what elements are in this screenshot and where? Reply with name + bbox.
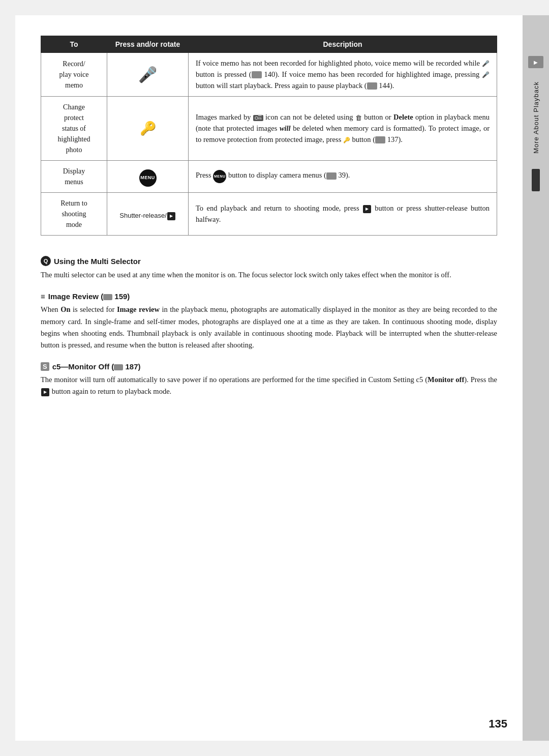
section-body-image-review: When On is selected for Image review in … <box>41 304 497 351</box>
section-heading-multi: Q Using the Multi Selector <box>41 256 497 266</box>
section-multi-selector: Q Using the Multi Selector The multi sel… <box>41 256 497 281</box>
header-description: Description <box>189 36 497 53</box>
side-tab-top-icon: ▶ <box>528 56 543 68</box>
ref-icon <box>252 71 262 78</box>
section-body-monitor: The monitor will turn off automatically … <box>41 374 497 397</box>
row-press-3: MENU <box>107 161 189 193</box>
section-heading-image-review: ≡ Image Review ( 159) <box>41 292 497 301</box>
row-to-3: Displaymenus <box>41 161 107 193</box>
row-to-4: Return toshootingmode <box>41 193 107 236</box>
side-tab-label: More About Playback <box>532 81 540 154</box>
table-row: Record/play voicememo 🎤 If voice memo ha… <box>41 53 497 97</box>
mic-icon: 🎤 <box>138 66 157 83</box>
row-press-1: 🎤 <box>107 53 189 97</box>
section-monitor-off: S c5—Monitor Off ( 187) The monitor will… <box>41 362 497 397</box>
mic-inline-icon2: 🎤 <box>482 71 490 78</box>
key-inline-icon: 🔑 <box>343 137 350 143</box>
row-to-2: Changeprotectstatus ofhighlightedphoto <box>41 97 107 161</box>
menu-btn-inline: MENU <box>213 170 226 183</box>
row-press-4: Shutter-release/ <box>107 193 189 236</box>
ref-icon-monitor <box>114 364 123 370</box>
ref-icon-3 <box>375 136 385 143</box>
row-desc-1: If voice memo has not been recorded for … <box>189 53 497 97</box>
section-body-multi: The multi selector can be used at any ti… <box>41 269 497 281</box>
monitor-off-icon: S <box>41 362 49 371</box>
shutter-release-label: Shutter-release/ <box>119 212 176 219</box>
table-row: Changeprotectstatus ofhighlightedphoto 🔑… <box>41 97 497 161</box>
image-review-ref: ( 159) <box>101 292 130 301</box>
protect-mark-icon: Om <box>253 115 263 121</box>
ref-icon-4 <box>326 172 337 180</box>
monitor-playback-icon <box>41 388 49 396</box>
multi-selector-icon: Q <box>41 256 51 266</box>
key-icon: 🔑 <box>140 121 156 136</box>
section-title-monitor: c5—Monitor Off ( 187) <box>52 362 141 371</box>
ref-icon-2 <box>367 82 377 90</box>
page-number: 135 <box>489 717 507 731</box>
section-image-review: ≡ Image Review ( 159) When On is selecte… <box>41 292 497 351</box>
main-content: To Press and/or rotate Description Recor… <box>15 15 523 741</box>
row-desc-2: Images marked by Om icon can not be dele… <box>189 97 497 161</box>
section-title-multi: Using the Multi Selector <box>54 257 141 266</box>
row-to-1: Record/play voicememo <box>41 53 107 97</box>
playback-table: To Press and/or rotate Description Recor… <box>41 36 497 236</box>
table-row: Displaymenus MENU Press MENU button to d… <box>41 161 497 193</box>
menu-button-icon: MENU <box>139 169 157 187</box>
image-review-icon: ≡ <box>41 292 45 301</box>
table-row: Return toshootingmode Shutter-release/ T… <box>41 193 497 236</box>
side-tab: ▶ More About Playback <box>523 15 549 741</box>
row-desc-3: Press MENU button to display camera menu… <box>189 161 497 193</box>
row-desc-4: To end playback and return to shooting m… <box>189 193 497 236</box>
scroll-indicator <box>532 169 540 191</box>
header-press: Press and/or rotate <box>107 36 189 53</box>
section-heading-monitor: S c5—Monitor Off ( 187) <box>41 362 497 371</box>
playback-icon <box>167 212 175 220</box>
section-title-image-review: Image Review ( 159) <box>48 292 130 301</box>
playback-inline-icon <box>363 205 371 213</box>
trash-icon: 🗑 <box>355 113 362 123</box>
header-to: To <box>41 36 107 53</box>
row-press-2: 🔑 <box>107 97 189 161</box>
mic-inline-icon: 🎤 <box>482 60 490 67</box>
